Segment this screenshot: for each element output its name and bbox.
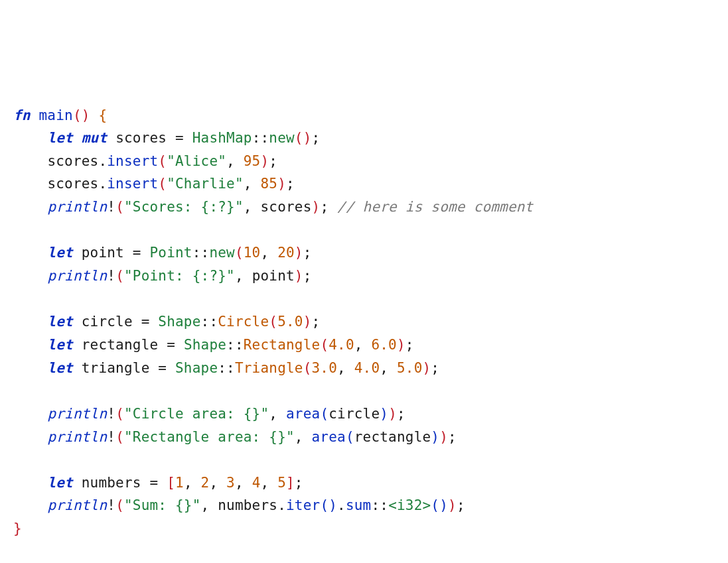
macro-println: println [47, 406, 107, 422]
paren: ) [439, 429, 448, 445]
sep: :: [192, 245, 210, 261]
type-shape: Shape [158, 314, 200, 330]
paren: ) [295, 268, 303, 284]
paren: ) [397, 337, 405, 353]
comma: , [226, 153, 235, 169]
paren: ( [115, 406, 124, 422]
op: = [175, 130, 184, 146]
comma: , [380, 360, 388, 376]
semi: ; [448, 429, 457, 445]
str-rect-fmt: "Rectangle area: {}" [124, 429, 295, 445]
keyword-let: let [47, 314, 73, 330]
paren: ) [431, 429, 439, 445]
paren: ( [269, 314, 277, 330]
num-2: 2 [201, 475, 210, 491]
paren: ( [115, 429, 124, 445]
angle: < [388, 497, 397, 513]
num-3.0: 3.0 [312, 360, 338, 376]
bang: ! [107, 406, 115, 422]
num-3: 3 [226, 475, 235, 491]
semi: ; [286, 176, 295, 192]
var-scores: scores [47, 176, 98, 192]
str-scores-fmt: "Scores: {:?}" [124, 199, 244, 215]
bang: ! [107, 497, 115, 513]
comma: , [201, 497, 210, 513]
dot: . [98, 153, 107, 169]
sep: :: [201, 314, 218, 330]
num-1: 1 [175, 475, 184, 491]
paren: ) [312, 199, 321, 215]
dot: . [98, 176, 107, 192]
semi: ; [312, 314, 321, 330]
keyword-let: let [47, 245, 73, 261]
type-shape: Shape [175, 360, 218, 376]
variant-triangle: Triangle [235, 360, 303, 376]
var-triangle: triangle [82, 360, 150, 376]
op: = [158, 360, 167, 376]
paren: () [320, 497, 337, 513]
comma: , [209, 475, 218, 491]
bang: ! [107, 199, 115, 215]
sep: :: [226, 337, 244, 353]
bang: ! [107, 268, 115, 284]
paren: ( [115, 497, 124, 513]
comma: , [260, 475, 269, 491]
num-4.0: 4.0 [328, 337, 354, 353]
angle: > [423, 497, 431, 513]
str-charlie: "Charlie" [167, 176, 244, 192]
paren: () [295, 130, 312, 146]
macro-println: println [47, 268, 107, 284]
paren: ( [320, 406, 328, 422]
var-numbers: numbers [218, 497, 277, 513]
var-circle: circle [82, 314, 133, 330]
keyword-mut: mut [82, 130, 108, 146]
var-rectangle: rectangle [82, 337, 159, 353]
comma: , [235, 475, 244, 491]
var-rectangle: rectangle [354, 429, 431, 445]
paren: ) [388, 406, 397, 422]
comma: , [184, 475, 192, 491]
fn-area: area [286, 406, 320, 422]
num-4.0: 4.0 [354, 360, 380, 376]
paren: () [73, 107, 90, 123]
fn-main: main [39, 107, 73, 123]
semi: ; [303, 268, 312, 284]
paren: ( [320, 337, 328, 353]
paren: ) [448, 497, 457, 513]
paren: ) [277, 176, 286, 192]
var-numbers: numbers [82, 475, 141, 491]
keyword-let: let [47, 360, 73, 376]
comma: , [260, 245, 269, 261]
fn-area: area [312, 429, 346, 445]
op: = [150, 475, 159, 491]
semi: ; [457, 497, 465, 513]
num-6.0: 6.0 [371, 337, 397, 353]
semi: ; [303, 245, 312, 261]
variant-rectangle: Rectangle [244, 337, 321, 353]
comment: // here is some comment [337, 199, 533, 215]
comma: , [269, 406, 277, 422]
sep: :: [371, 497, 388, 513]
num-10: 10 [244, 245, 261, 261]
sep: :: [218, 360, 235, 376]
code-block: fn main() { let mut scores = HashMap::ne… [13, 104, 715, 540]
semi: ; [295, 475, 303, 491]
var-scores: scores [47, 153, 98, 169]
brace: } [13, 521, 22, 536]
paren: ) [380, 406, 388, 422]
paren: ( [303, 360, 312, 376]
semi: ; [397, 406, 405, 422]
var-point: point [82, 245, 124, 261]
keyword-fn: fn [13, 107, 31, 123]
paren: ) [260, 153, 269, 169]
sep: :: [252, 130, 269, 146]
str-sum-fmt: "Sum: {}" [124, 497, 201, 513]
num-5: 5 [277, 475, 286, 491]
str-circle-fmt: "Circle area: {}" [124, 406, 269, 422]
semi: ; [405, 337, 414, 353]
str-alice: "Alice" [167, 153, 226, 169]
paren: () [431, 497, 448, 513]
bracket: ] [286, 475, 295, 491]
fn-insert: insert [107, 153, 158, 169]
fn-iter: iter [286, 497, 320, 513]
